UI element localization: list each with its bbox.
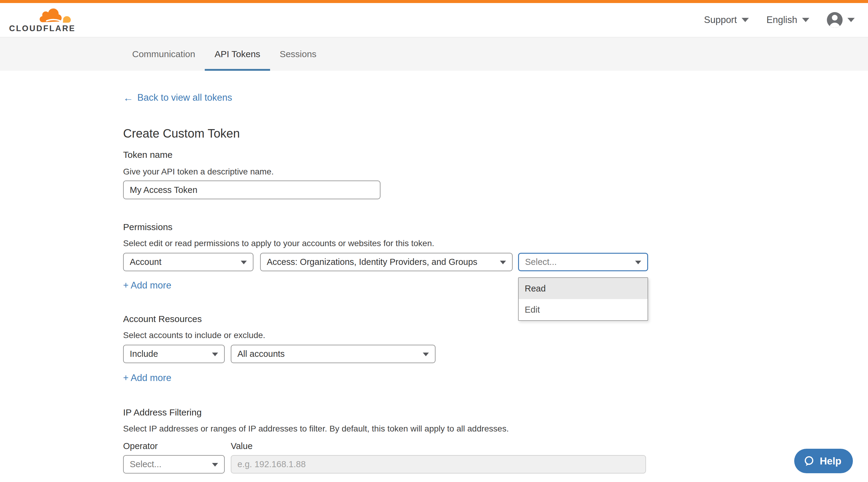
chevron-down-icon	[241, 261, 247, 264]
ip-filtering-description: Select IP addresses or ranges of IP addr…	[123, 424, 868, 433]
account-resources-description: Select accounts to include or exclude.	[123, 330, 868, 340]
permission-access-value: Select...	[525, 257, 557, 267]
permission-scope-value: Account	[130, 257, 161, 267]
help-button[interactable]: Help	[794, 449, 853, 473]
token-name-heading: Token name	[123, 149, 868, 160]
chevron-down-icon	[847, 18, 855, 22]
operator-label: Operator	[123, 441, 231, 451]
menu-option-read[interactable]: Read	[519, 278, 648, 299]
permission-access-menu: Read Edit	[518, 277, 648, 321]
permission-group-select[interactable]: Access: Organizations, Identity Provider…	[260, 253, 513, 271]
tab-communication[interactable]: Communication	[123, 37, 205, 71]
user-avatar-icon	[827, 12, 843, 28]
chevron-down-icon	[635, 261, 641, 264]
back-arrow-icon: ←	[123, 93, 133, 103]
ip-filtering-labels: Operator Value	[123, 441, 868, 451]
permission-group-value: Access: Organizations, Identity Provider…	[267, 257, 477, 267]
account-resources-mode-select[interactable]: Include	[123, 345, 225, 363]
ip-filtering-row: Select...	[123, 455, 868, 474]
account-resources-mode-value: Include	[130, 349, 158, 359]
account-resources-heading: Account Resources	[123, 314, 868, 324]
chevron-down-icon	[500, 261, 506, 264]
chevron-down-icon	[212, 463, 218, 467]
cloudflare-cloud-icon	[39, 7, 71, 23]
token-name-input[interactable]	[123, 181, 380, 199]
permission-access-dropdown: Select... Read Edit	[518, 253, 648, 271]
permission-scope-select[interactable]: Account	[123, 253, 253, 271]
help-button-label: Help	[819, 455, 841, 467]
header: CLOUDFLARE Support English	[0, 3, 868, 37]
main-content: ← Back to view all tokens Create Custom …	[0, 71, 868, 482]
permissions-heading: Permissions	[123, 222, 868, 232]
page-title: Create Custom Token	[123, 126, 868, 140]
chevron-down-icon	[423, 353, 429, 356]
language-menu-label: English	[766, 14, 797, 25]
menu-option-edit[interactable]: Edit	[519, 299, 648, 320]
account-menu[interactable]	[827, 12, 855, 28]
back-link-label: Back to view all tokens	[137, 92, 232, 103]
support-menu-label: Support	[704, 14, 737, 25]
permission-access-select[interactable]: Select...	[518, 253, 648, 271]
tab-api-tokens[interactable]: API Tokens	[205, 37, 270, 71]
permissions-row: Account Access: Organizations, Identity …	[123, 253, 868, 271]
cloudflare-logo[interactable]: CLOUDFLARE	[9, 7, 71, 33]
account-resources-add-more-link[interactable]: + Add more	[123, 373, 171, 383]
ip-operator-select[interactable]: Select...	[123, 455, 225, 474]
account-resources-scope-select[interactable]: All accounts	[231, 345, 435, 363]
chevron-down-icon	[742, 18, 749, 22]
profile-tab-bar: Communication API Tokens Sessions	[0, 37, 868, 71]
value-label: Value	[231, 441, 252, 451]
account-resources-scope-value: All accounts	[238, 349, 285, 359]
language-menu[interactable]: English	[766, 14, 809, 25]
token-name-description: Give your API token a descriptive name.	[123, 167, 868, 176]
back-to-tokens-link[interactable]: ← Back to view all tokens	[123, 92, 232, 103]
permissions-add-more-link[interactable]: + Add more	[123, 280, 171, 291]
cloudflare-logo-text: CLOUDFLARE	[9, 24, 71, 33]
chevron-down-icon	[212, 353, 218, 356]
account-resources-row: Include All accounts	[123, 345, 868, 363]
ip-filtering-heading: IP Address Filtering	[123, 407, 868, 418]
ip-value-input	[231, 455, 646, 474]
tab-sessions[interactable]: Sessions	[270, 37, 326, 71]
top-accent-bar	[0, 0, 868, 3]
chat-bubble-icon	[803, 455, 815, 467]
chevron-down-icon	[802, 18, 809, 22]
permissions-description: Select edit or read permissions to apply…	[123, 238, 868, 248]
support-menu[interactable]: Support	[704, 14, 749, 25]
ip-operator-value: Select...	[130, 459, 161, 469]
